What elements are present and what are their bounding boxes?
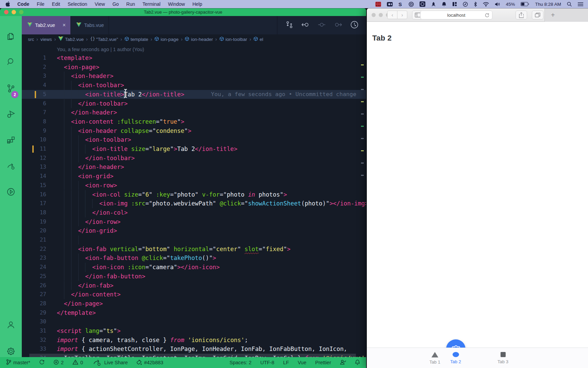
close-tab-icon[interactable]: × — [63, 22, 66, 28]
ion-tab-tab3[interactable]: Tab 3 — [483, 348, 523, 368]
status-item-vue[interactable]: Vue — [298, 360, 306, 365]
code-line-27[interactable]: 27 </ion-content> — [22, 290, 366, 299]
forward-button[interactable]: › — [397, 11, 407, 19]
breadcrumb-item-tab2vue[interactable]: Tab2.vue — [58, 36, 84, 42]
menu-item-run[interactable]: Run — [122, 1, 139, 7]
breadcrumb-item-iontoolbar[interactable]: ion-toolbar — [219, 36, 247, 42]
breadcrumb-item-src[interactable]: src — [28, 37, 34, 42]
code-line-22[interactable]: 22 <ion-fab vertical="bottom" horizontal… — [22, 245, 366, 254]
horizontal-scrollbar[interactable] — [29, 354, 356, 357]
close-window-button[interactable] — [4, 10, 9, 14]
breadcrumb[interactable]: src›views›Tab2.vue›{}"Tab2.vue"›template… — [22, 34, 366, 44]
menu-item-go[interactable]: Go — [109, 1, 122, 7]
status-item-feedbackicon[interactable] — [340, 359, 346, 366]
activity-explorer-icon[interactable] — [0, 28, 22, 45]
menu-item-edit[interactable]: Edit — [48, 1, 64, 7]
film-app-icon[interactable] — [375, 2, 381, 7]
code-line-2[interactable]: 2 <ion-page> — [22, 63, 366, 72]
status-item-2[interactable]: 2 — [53, 359, 64, 366]
status-item-prettier[interactable]: Prettier — [315, 360, 331, 365]
minimize-window-button[interactable] — [12, 10, 16, 14]
menu-item-window[interactable]: Window — [164, 1, 189, 7]
editor-tab-tab2.vue[interactable]: Tab2.vue× — [22, 16, 71, 34]
address-bar[interactable]: localhost — [420, 11, 492, 19]
breadcrumb-item-ionheader[interactable]: ion-header — [185, 36, 213, 42]
activity-live-share-icon[interactable] — [0, 157, 22, 175]
code-line-9[interactable]: 9 <ion-header collapse="condense"> — [22, 126, 366, 136]
breadcrumb-item-ionpage[interactable]: ion-page — [154, 36, 179, 42]
share-icon[interactable] — [516, 11, 527, 19]
code-line-1[interactable]: 1<template> — [22, 53, 366, 63]
code-editor[interactable]: You, a few seconds ago | 1 author (You) … — [22, 44, 366, 357]
code-line-3[interactable]: 3 <ion-header> — [22, 72, 366, 81]
status-item-utf8[interactable]: UTF-8 — [260, 360, 274, 365]
code-line-17[interactable]: 17 <ion-img :src="photo.webviewPath" @cl… — [22, 199, 366, 208]
menu-item-terminal[interactable]: Terminal — [139, 1, 164, 7]
status-item-bellicon[interactable] — [355, 359, 360, 366]
code-line-13[interactable]: 13 </ion-header> — [22, 163, 366, 172]
menu-item-file[interactable]: File — [33, 1, 48, 7]
status-item-master[interactable]: master* — [6, 359, 30, 366]
code-line-21[interactable]: 21 — [22, 235, 366, 245]
back-button[interactable]: ‹ — [387, 11, 397, 19]
code-line-29[interactable]: 29</template> — [22, 308, 366, 318]
tab-overview-icon[interactable] — [532, 11, 543, 19]
rocket-app-icon[interactable] — [431, 2, 436, 7]
status-item-0[interactable]: 0 — [72, 359, 83, 366]
menu-item-view[interactable]: View — [91, 1, 109, 7]
next-change-icon[interactable] — [334, 21, 342, 30]
code-line-19[interactable]: 19 </ion-row> — [22, 217, 366, 227]
code-line-32[interactable]: 32import { camera, trash, close } from '… — [22, 336, 366, 345]
code-line-24[interactable]: 24 <ion-icon :icon="camera"></ion-icon> — [22, 263, 366, 272]
gitlens-authors-lens[interactable]: You, a few seconds ago | 1 author (You) — [57, 47, 144, 52]
current-change-icon[interactable] — [317, 21, 326, 30]
activity-extensions-icon[interactable] — [0, 132, 22, 149]
overview-ruler[interactable] — [360, 44, 366, 357]
code-line-6[interactable]: 6 </ion-toolbar> — [22, 99, 366, 108]
status-item-spaces2[interactable]: Spaces: 2 — [229, 360, 251, 365]
breadcrumb-item-template[interactable]: template — [125, 36, 148, 42]
new-tab-button[interactable]: + — [551, 11, 555, 19]
code-line-12[interactable]: 12 </ion-toolbar> — [22, 154, 366, 163]
code-line-16[interactable]: 16 <ion-col size="6" :key="photo" v-for=… — [22, 190, 366, 199]
code-line-10[interactable]: 10 <ion-toolbar> — [22, 135, 366, 144]
code-line-20[interactable]: 20 </ion-grid> — [22, 226, 366, 235]
status-item-syncicon[interactable] — [39, 359, 45, 366]
status-item-lf[interactable]: LF — [283, 360, 289, 365]
code-line-25[interactable]: 25 </ion-fab-button> — [22, 272, 366, 281]
activity-run-circle-icon[interactable] — [0, 183, 22, 201]
activity-search-icon[interactable] — [0, 53, 22, 71]
code-line-8[interactable]: 8 <ion-content :fullscreen="true"> — [22, 117, 366, 126]
vscode-title-bar[interactable]: Tab2.vue — photo-gallery-capacitor-vue — [0, 8, 366, 16]
menu-item-selection[interactable]: Selection — [64, 1, 91, 7]
spotlight-search-icon[interactable] — [567, 2, 572, 7]
wifi-icon[interactable] — [483, 2, 489, 6]
code-line-33[interactable]: 33import { actionSheetController, IonPag… — [22, 344, 366, 354]
close-window-button[interactable] — [372, 13, 376, 17]
editor-tab-tabs.vue[interactable]: Tabs.vue — [71, 16, 109, 34]
previous-change-icon[interactable] — [301, 21, 310, 30]
menu-clock[interactable]: Thu 8:28 AM — [535, 2, 561, 7]
code-line-15[interactable]: 15 <ion-row> — [22, 181, 366, 190]
screen-app-icon[interactable] — [420, 1, 425, 7]
activity-account-icon[interactable] — [0, 316, 22, 334]
activity-source-control-icon[interactable]: 2 — [0, 79, 22, 97]
breadcrumb-item-views[interactable]: views — [40, 37, 52, 42]
volume-icon[interactable] — [495, 2, 500, 6]
bell-app-icon[interactable] — [442, 2, 446, 7]
menu-item-help[interactable]: Help — [189, 1, 206, 7]
bluetooth-icon[interactable] — [474, 2, 477, 7]
record-app-icon[interactable] — [409, 2, 414, 7]
breadcrumb-item-el[interactable]: el — [254, 36, 263, 42]
camera-app-icon[interactable] — [387, 2, 393, 6]
dock-app-icon[interactable] — [452, 2, 457, 6]
code-line-28[interactable]: 28 </ion-page> — [22, 299, 366, 308]
code-line-11[interactable]: 11 <ion-title size="large">Tab 2</ion-ti… — [22, 144, 366, 154]
code-line-7[interactable]: 7 </ion-header> — [22, 108, 366, 117]
notification-center-icon[interactable] — [578, 2, 583, 6]
open-changes-icon[interactable] — [285, 21, 293, 30]
browser-app-icon[interactable] — [463, 2, 468, 7]
activity-run-debug-icon[interactable] — [0, 105, 22, 123]
breadcrumb-item-tab2vue[interactable]: {}"Tab2.vue" — [90, 36, 118, 42]
s-app-icon[interactable]: S — [398, 2, 403, 7]
